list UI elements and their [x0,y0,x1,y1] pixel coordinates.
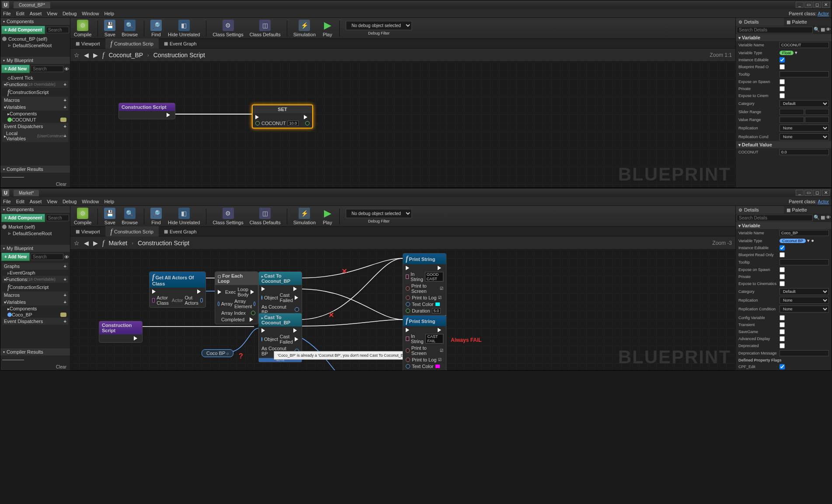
component-root[interactable]: Coconut_BP (self) [2,36,68,42]
tooltip-input[interactable] [780,259,829,265]
details-cat-variable[interactable]: ▾ Variable [736,222,832,229]
slider-max-input[interactable] [805,109,829,115]
replication-select[interactable]: None [780,125,829,132]
event-tick-item[interactable]: ◇ Event Tick [2,75,68,81]
node-print-string-2[interactable]: f Print String In String CAST FAIL Print… [403,315,446,370]
advanced-display-checkbox[interactable] [780,336,785,341]
components-panel-header[interactable]: ▾Components [0,206,70,213]
variables-category[interactable]: ▾Variables+ [2,104,68,111]
instance-editable-checkbox[interactable] [780,57,785,63]
function-constructionscript[interactable]: f ConstructionScript [2,283,68,292]
find-button[interactable]: 🔎Find [150,20,162,37]
readonly-checkbox[interactable] [780,64,785,70]
variable-coco-bp[interactable]: Coco_BP [2,312,68,318]
debug-object-select[interactable]: No debug object selected [346,21,412,30]
maximize-icon[interactable]: ◻ [813,190,821,196]
variables-subcat[interactable]: ▸Components [2,111,68,117]
add-new-button[interactable]: + Add New [1,65,30,73]
details-cat-default[interactable]: ▾ Default Value [736,141,832,148]
hide-unrelated-button[interactable]: ◧Hide Unrelated [168,20,200,37]
macros-category[interactable]: Macros+ [2,97,68,104]
savegame-checkbox[interactable] [780,329,785,334]
play-button[interactable]: ▶Play [322,20,333,37]
compiler-results-header[interactable]: ▾Compiler Results [0,166,70,173]
menu-help[interactable]: Help [104,199,114,204]
tab-construction[interactable]: f Construction Scrip [105,226,159,237]
variable-coconut[interactable]: COCONUT [2,117,68,123]
back-icon[interactable]: ◀ [84,240,89,247]
favorite-icon[interactable]: ☆ [74,240,80,247]
tab-details[interactable]: ⚙ Details [736,18,784,26]
find-button[interactable]: 🔎Find [150,208,162,225]
functions-category[interactable]: ▾Functions (18 Overridable)+ [2,276,68,283]
variable-eye-icon[interactable] [60,118,66,122]
tooltip-input[interactable] [780,71,829,77]
menu-view[interactable]: View [47,11,57,16]
tab-palette[interactable]: ▦ Palette [784,206,832,214]
node-construction-script[interactable]: Construction Script [99,321,143,343]
restore-icon[interactable]: ▭ [804,2,812,8]
play-button[interactable]: ▶Play [322,208,333,225]
menu-file[interactable]: File [3,199,11,204]
minimize-icon[interactable]: _ [796,190,804,196]
private-checkbox[interactable] [780,86,785,91]
class-settings-button[interactable]: ⚙Class Settings [212,208,243,225]
menu-debug[interactable]: Debug [63,11,77,16]
add-new-button[interactable]: + Add New [1,253,30,261]
eventgraph-item[interactable]: ▹ EventGraph [2,270,68,276]
variable-type-select[interactable]: Float [780,51,794,55]
graph-canvas-bot[interactable]: Construction Script f Get All Actors Of … [70,250,735,370]
variable-name-input[interactable] [780,42,829,48]
value-max-input[interactable] [805,117,829,123]
components-search-input[interactable] [46,27,69,33]
default-value-input[interactable] [780,149,829,155]
view-options-icon[interactable]: ▦ [821,215,825,221]
menu-help[interactable]: Help [104,11,114,16]
variable-getter-coco-bp[interactable]: Coco BP ○ [202,349,233,357]
back-icon[interactable]: ◀ [84,52,89,59]
myblueprint-search-input[interactable] [31,66,63,72]
localvars-category[interactable]: ▸Local Variables (UserConstruct+ [2,130,68,142]
cinematics-checkbox[interactable] [780,281,785,286]
function-constructionscript[interactable]: f ConstructionScript [2,88,68,97]
menu-window[interactable]: Window [82,11,99,16]
compile-button[interactable]: ⚙Compile [74,20,91,37]
details-cat-variable[interactable]: ▾ Variable [736,34,832,41]
myblueprint-panel-header[interactable]: ▾My Blueprint [0,245,70,252]
editor-tab-coconut[interactable]: Coconut_BP* [14,2,50,8]
graphs-category[interactable]: Graphs+ [2,263,68,270]
variable-eye-icon[interactable] [60,313,66,317]
details-search-input[interactable] [737,215,813,221]
instance-editable-checkbox[interactable] [780,245,785,250]
expose-spawn-checkbox[interactable] [780,79,785,84]
component-scene-root[interactable]: ▹DefaultSceneRoot [2,230,68,236]
class-defaults-button[interactable]: ◫Class Defaults [250,20,281,37]
save-button[interactable]: 💾Save [104,208,115,225]
tab-details[interactable]: ⚙ Details [736,206,784,214]
variables-subcat[interactable]: ▸Components [2,306,68,312]
myblueprint-search-input[interactable] [31,254,63,260]
eye-icon[interactable]: 👁 [826,27,831,33]
parent-class-link[interactable]: Actor [818,11,829,16]
myblueprint-panel-header[interactable]: ▾My Blueprint [0,57,70,64]
hide-unrelated-button[interactable]: ◧Hide Unrelated [168,208,200,225]
variable-name-input[interactable] [780,230,829,236]
cinematics-checkbox[interactable] [780,93,785,98]
browse-button[interactable]: 🔍Browse [122,208,138,225]
compiler-clear-button[interactable]: Clear [0,181,70,188]
menu-edit[interactable]: Edit [16,199,24,204]
tab-eventgraph[interactable]: ▦ Event Graph [159,228,202,236]
compiler-results-header[interactable]: ▾Compiler Results [0,348,70,355]
add-component-button[interactable]: + Add Component [1,214,45,222]
breadcrumb-page[interactable]: Construction Script [138,240,189,247]
functions-category[interactable]: ▾Functions (18 Overridable)+ [2,81,68,88]
deprecated-checkbox[interactable] [780,343,785,348]
close-icon[interactable]: ✕ [822,2,830,8]
dispatchers-category[interactable]: Event Dispatchers+ [2,123,68,130]
compiler-clear-button[interactable]: Clear [0,364,70,370]
menu-file[interactable]: File [3,11,11,16]
menu-asset[interactable]: Asset [30,199,42,204]
components-panel-header[interactable]: ▾Components [0,18,70,25]
slider-min-input[interactable] [780,109,804,115]
parent-class-link[interactable]: Actor [818,199,829,204]
